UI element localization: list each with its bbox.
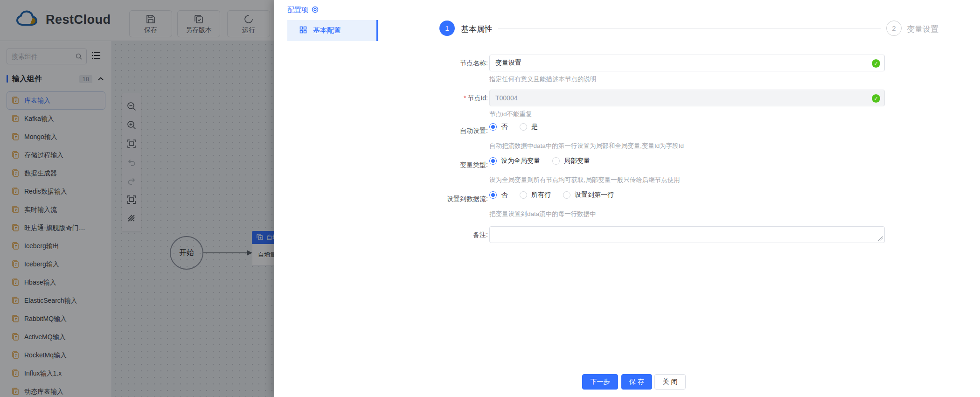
node-id-label-text: 节点Id:	[467, 94, 488, 102]
auto-set-label: 自动设置:	[378, 127, 488, 135]
radio-unselected-icon[interactable]	[520, 123, 527, 131]
radio-option[interactable]: 所有行	[520, 191, 551, 199]
next-step-button-label: 下一步	[591, 378, 610, 386]
radio-option-label: 局部变量	[564, 157, 590, 165]
remark-label: 备注:	[378, 226, 488, 243]
radio-option-label: 是	[531, 123, 538, 131]
step-connector-line	[498, 28, 881, 28]
radio-option-label: 否	[501, 123, 507, 131]
resize-grip-icon[interactable]	[878, 237, 883, 241]
app-root: RestCloud 保存 另存版本 运行	[0, 0, 980, 397]
node-id-field[interactable]: ✓	[489, 90, 885, 106]
close-button[interactable]: 关 闭	[654, 374, 686, 390]
radio-option[interactable]: 局部变量	[552, 157, 590, 165]
node-id-helper: 节点id不能重复	[489, 110, 532, 118]
radio-unselected-icon[interactable]	[552, 157, 560, 165]
node-name-field[interactable]: ✓	[489, 55, 885, 71]
node-name-label: 节点名称:	[378, 55, 488, 71]
radio-selected-icon[interactable]	[489, 157, 497, 165]
set-to-stream-radio-group: 否所有行设置到第一行	[489, 191, 614, 199]
save-config-button-label: 保 存	[629, 378, 644, 386]
radio-option-label: 否	[501, 191, 507, 199]
radio-option[interactable]: 是	[520, 123, 538, 131]
next-step-button[interactable]: 下一步	[582, 374, 618, 390]
config-form-panel: 1 基本属性 2 变量设置 节点名称: ✓ 指定任何有意义且能描述本节点的说明 …	[378, 0, 980, 397]
node-name-input[interactable]	[490, 55, 884, 71]
grid-icon	[299, 26, 307, 35]
radio-option[interactable]: 设为全局变量	[489, 157, 540, 165]
nav-item-label: 基本配置	[313, 26, 341, 35]
step-2-number: 2	[892, 24, 896, 32]
close-button-label: 关 闭	[663, 378, 678, 386]
step-1-number: 1	[445, 24, 449, 32]
step-1-indicator: 1	[439, 21, 455, 36]
config-nav-title: 配置项	[287, 6, 319, 14]
radio-unselected-icon[interactable]	[563, 191, 570, 199]
valid-check-icon: ✓	[872, 94, 880, 103]
var-type-helper: 设为全局变量则所有节点均可获取,局部变量一般只传给后继节点使用	[489, 176, 680, 184]
required-asterisk: *	[464, 94, 466, 102]
var-type-radio-group: 设为全局变量局部变量	[489, 157, 590, 165]
radio-option-label: 设为全局变量	[501, 157, 540, 165]
radio-selected-icon[interactable]	[489, 123, 497, 131]
radio-option-label: 所有行	[531, 191, 551, 199]
var-type-label: 变量类型:	[378, 161, 488, 169]
node-id-label: *节点Id:	[378, 90, 488, 106]
config-nav: 配置项 基本配置	[274, 0, 378, 397]
radio-selected-icon[interactable]	[489, 191, 497, 199]
radio-option[interactable]: 设置到第一行	[563, 191, 614, 199]
radio-unselected-icon[interactable]	[520, 191, 527, 199]
valid-check-icon: ✓	[872, 59, 880, 68]
radio-option[interactable]: 否	[489, 123, 507, 131]
config-title-text: 配置项	[287, 6, 308, 14]
radio-option[interactable]: 否	[489, 191, 507, 199]
radio-option-label: 设置到第一行	[575, 191, 614, 199]
step-1-label: 基本属性	[461, 24, 493, 35]
step-2-label: 变量设置	[907, 24, 938, 35]
node-id-input	[490, 90, 884, 106]
save-config-button[interactable]: 保 存	[621, 374, 652, 390]
node-name-helper: 指定任何有意义且能描述本节点的说明	[489, 75, 597, 84]
set-to-stream-helper: 把变量设置到data流中的每一行数据中	[489, 210, 596, 218]
nav-item-basic-config[interactable]: 基本配置	[287, 20, 378, 41]
settings-icon	[312, 6, 319, 14]
set-to-stream-label: 设置到数据流:	[378, 195, 488, 203]
step-2-indicator: 2	[886, 21, 902, 36]
auto-set-radio-group: 否是	[489, 123, 538, 131]
node-config-drawer: 配置项 基本配置 1	[274, 0, 980, 397]
auto-set-helper: 自动把流数据中data中的第一行设置为局部和全局变量,变量Id为字段Id	[489, 142, 684, 150]
remark-textarea[interactable]	[490, 227, 884, 243]
remark-field[interactable]	[489, 226, 885, 243]
